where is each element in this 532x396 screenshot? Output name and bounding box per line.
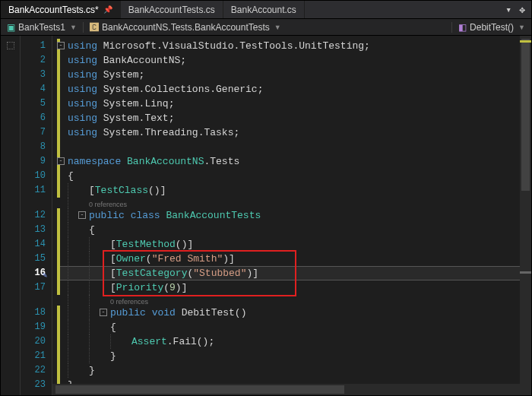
code-text[interactable]: public class BankAccountTests xyxy=(57,210,261,221)
code-line[interactable]: } xyxy=(57,349,531,363)
method-icon: ◧ xyxy=(458,22,467,33)
code-line[interactable]: [TestClass()] xyxy=(57,183,531,198)
code-text[interactable]: { xyxy=(57,170,74,182)
nav-type-dropdown[interactable]: 🅲 BankAccountNS.Tests.BankAccountTests ▼ xyxy=(84,22,451,33)
window-toggle-icon[interactable]: ✥ xyxy=(519,4,525,16)
code-line[interactable]: using System.Linq; xyxy=(57,97,531,111)
code-text[interactable] xyxy=(57,141,68,153)
line-number: 13 xyxy=(21,223,46,237)
code-line[interactable]: using System.Text; xyxy=(57,111,531,125)
tab-bankaccounttests-cs[interactable]: BankAccountTests.cs xyxy=(121,1,223,18)
code-line[interactable]: { xyxy=(57,223,531,237)
scrollbar-thumb[interactable] xyxy=(521,39,530,191)
code-line[interactable]: using BankAccountNS; xyxy=(57,53,531,68)
tab-bankaccounttests-cs-dirty[interactable]: BankAccountTests.cs* 📌 xyxy=(1,1,121,18)
code-line[interactable]: -public class BankAccountTests xyxy=(57,208,531,223)
code-text[interactable]: using Microsoft.VisualStudio.TestTools.U… xyxy=(57,40,370,52)
codelens-annotation[interactable]: 0 references xyxy=(57,198,531,208)
csharp-project-icon: ▣ xyxy=(7,22,15,33)
code-text[interactable]: { xyxy=(57,224,95,236)
line-number: 17 xyxy=(21,280,46,295)
nav-scope-label: BankTests1 xyxy=(18,22,65,33)
nav-member-label: DebitTest() xyxy=(470,22,514,33)
code-line[interactable]: -using Microsoft.VisualStudio.TestTools.… xyxy=(57,39,531,53)
nav-type-label: BankAccountNS.Tests.BankAccountTests xyxy=(102,22,270,33)
code-line[interactable]: [TestMethod()] xyxy=(57,237,531,252)
codelens-annotation[interactable]: 0 references xyxy=(57,295,531,306)
code-text[interactable]: [TestClass()] xyxy=(57,185,166,196)
code-text[interactable]: [TestMethod()] xyxy=(57,239,193,250)
code-text[interactable]: { xyxy=(57,322,116,333)
document-outline-icon[interactable] xyxy=(7,42,14,49)
line-number: 11 xyxy=(21,183,46,198)
code-text[interactable]: using System; xyxy=(57,69,144,81)
nav-bar: ▣ BankTests1 ▼ 🅲 BankAccountNS.Tests.Ban… xyxy=(1,19,531,36)
line-number: 1 xyxy=(21,39,46,53)
code-line[interactable]: using System.Threading.Tasks; xyxy=(57,125,531,140)
line-number: 20 xyxy=(21,334,46,349)
code-text[interactable]: namespace BankAccountNS.Tests xyxy=(57,156,239,167)
code-text[interactable]: } xyxy=(57,350,116,362)
codelens-gutter-spacer xyxy=(21,295,46,306)
code-editor: 12345678910111213141516✎17181920212223 -… xyxy=(1,36,531,395)
code-text[interactable]: [TestCategory("Stubbed")] xyxy=(57,268,258,279)
indent-guide xyxy=(89,295,90,306)
code-text[interactable]: public void DebitTest() xyxy=(57,307,246,318)
tab-label: BankAccountTests.cs xyxy=(128,5,215,15)
line-number: 14 xyxy=(21,237,46,252)
code-line[interactable]: } xyxy=(57,363,531,378)
line-number-gutter: 12345678910111213141516✎17181920212223 xyxy=(21,36,52,395)
code-line[interactable]: using System.Collections.Generic; xyxy=(57,82,531,97)
code-viewport[interactable]: -using Microsoft.VisualStudio.TestTools.… xyxy=(52,36,531,395)
class-icon: 🅲 xyxy=(90,22,99,33)
chevron-down-icon: ▼ xyxy=(274,24,281,31)
line-number: 3 xyxy=(21,68,46,82)
code-text[interactable]: using System.Threading.Tasks; xyxy=(57,127,239,138)
code-text[interactable]: [Owner("Fred Smith")] xyxy=(57,253,235,265)
line-number: 18 xyxy=(21,306,46,320)
line-number: 4 xyxy=(21,82,46,97)
code-surface[interactable]: -using Microsoft.VisualStudio.TestTools.… xyxy=(52,36,531,392)
line-number: 23 xyxy=(21,378,46,392)
line-number: 16✎ xyxy=(21,266,46,280)
code-line[interactable]: [TestCategory("Stubbed")] xyxy=(57,266,531,280)
chevron-down-icon: ▼ xyxy=(70,24,77,31)
indent-guide xyxy=(68,198,68,208)
horizontal-scrollbar[interactable] xyxy=(52,384,520,395)
line-number: 9 xyxy=(21,154,46,169)
tab-bankaccount-cs[interactable]: BankAccount.cs xyxy=(223,1,305,18)
nav-member-dropdown[interactable]: ◧ DebitTest() ▼ xyxy=(452,22,531,33)
code-line[interactable]: { xyxy=(57,169,531,183)
vertical-scrollbar[interactable] xyxy=(520,36,531,395)
tab-strip: BankAccountTests.cs* 📌 BankAccountTests.… xyxy=(1,1,531,19)
line-number: 21 xyxy=(21,349,46,363)
code-text[interactable]: [Priority(9)] xyxy=(57,282,187,293)
outline-margin xyxy=(1,36,21,395)
code-line[interactable]: { xyxy=(57,320,531,334)
line-number: 2 xyxy=(21,53,46,68)
nav-scope-dropdown[interactable]: ▣ BankTests1 ▼ xyxy=(1,22,83,33)
code-text[interactable]: using System.Text; xyxy=(57,112,174,124)
code-line[interactable]: Assert.Fail(); xyxy=(57,334,531,349)
line-number: 8 xyxy=(21,140,46,154)
pin-icon[interactable]: 📌 xyxy=(103,5,112,14)
code-text[interactable]: } xyxy=(57,365,95,376)
code-text[interactable]: Assert.Fail(); xyxy=(57,336,214,347)
tabstrip-tools: ▾ ✥ xyxy=(499,1,531,18)
line-number: 22 xyxy=(21,363,46,378)
code-line[interactable]: using System; xyxy=(57,68,531,82)
code-line[interactable]: -namespace BankAccountNS.Tests xyxy=(57,154,531,169)
code-text[interactable]: using System.Collections.Generic; xyxy=(57,84,263,95)
scrollbar-thumb[interactable] xyxy=(55,385,344,394)
chevron-down-icon: ▼ xyxy=(518,24,525,31)
code-line[interactable] xyxy=(57,140,531,154)
code-line[interactable]: [Priority(9)] xyxy=(57,280,531,295)
code-line[interactable]: -public void DebitTest() xyxy=(57,306,531,320)
code-text[interactable]: using BankAccountNS; xyxy=(57,55,186,66)
tab-label: BankAccountTests.cs* xyxy=(8,5,99,15)
scroll-caret-marker xyxy=(520,271,531,274)
code-text[interactable]: using System.Linq; xyxy=(57,98,174,109)
code-line[interactable]: [Owner("Fred Smith")] xyxy=(57,252,531,266)
overflow-chevron-icon[interactable]: ▾ xyxy=(505,4,511,16)
indent-guide xyxy=(68,295,68,306)
